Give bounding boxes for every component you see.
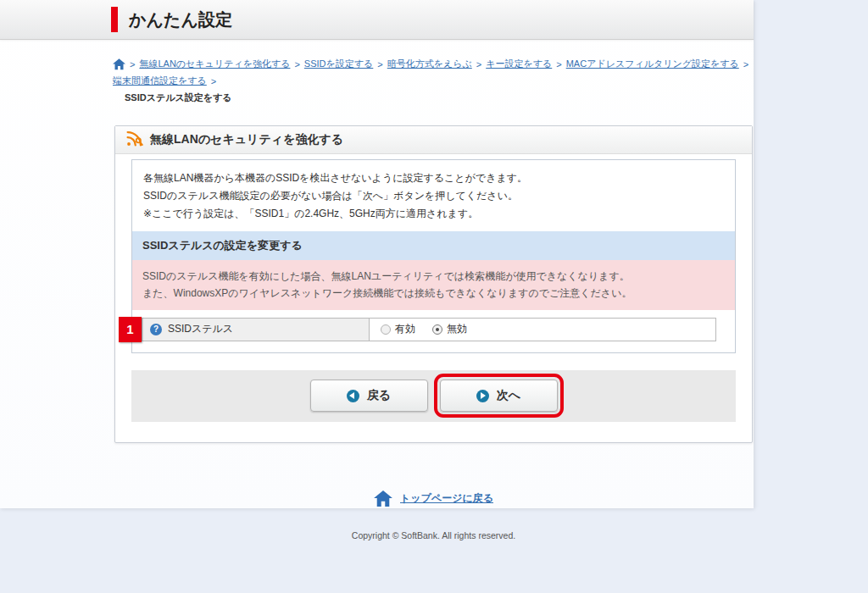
home-icon bbox=[374, 490, 392, 507]
settings-box: 各無線LAN機器から本機器のSSIDを検出させないように設定することができます。… bbox=[131, 159, 736, 353]
breadcrumb-link-ssid[interactable]: SSIDを設定する bbox=[304, 58, 373, 70]
breadcrumb-separator: > bbox=[556, 59, 561, 69]
back-button[interactable]: 戻る bbox=[310, 380, 428, 412]
page-column: かんたん設定 > 無線LANのセキュリティを強化する > SSIDを設定する >… bbox=[0, 0, 754, 508]
radio-option-disable[interactable]: 無効 bbox=[432, 322, 467, 336]
description-line: ※ここで行う設定は、「SSID1」の2.4GHz、5GHz両方に適用されます。 bbox=[143, 205, 724, 223]
breadcrumb-separator: > bbox=[743, 59, 748, 69]
home-icon[interactable] bbox=[113, 58, 125, 70]
setting-label-cell: ? SSIDステルス bbox=[142, 319, 370, 341]
top-page-link[interactable]: トップページに戻る bbox=[374, 490, 493, 507]
radio-icon-disable[interactable] bbox=[432, 324, 442, 335]
breadcrumb-line: > 無線LANのセキュリティを強化する > SSIDを設定する > 暗号化方式を… bbox=[113, 58, 753, 87]
breadcrumb-separator: > bbox=[476, 59, 481, 69]
setting-row-wrap: 1 ? SSIDステルス 有効 bbox=[142, 318, 716, 341]
setting-value-cell: 有効 無効 bbox=[370, 319, 715, 341]
radio-label-enable: 有効 bbox=[395, 322, 415, 336]
panel-body: 各無線LAN機器から本機器のSSIDを検出させないように設定することができます。… bbox=[115, 154, 752, 442]
warning-line: また、WindowsXPのワイヤレスネットワーク接続機能では接続もできなくなりま… bbox=[142, 285, 725, 302]
next-button-label: 次へ bbox=[497, 388, 520, 403]
breadcrumb-separator: > bbox=[294, 59, 299, 69]
page-title: かんたん設定 bbox=[111, 7, 232, 32]
section-header: SSIDステルスの設定を変更する bbox=[132, 231, 735, 260]
warning-notice: SSIDのステルス機能を有効にした場合、無線LANユーティリティでは検索機能が使… bbox=[132, 260, 735, 310]
breadcrumb-link-key[interactable]: キー設定をする bbox=[486, 58, 552, 70]
breadcrumb-link-encryption[interactable]: 暗号化方式をえらぶ bbox=[387, 58, 472, 70]
breadcrumb-link-macfilter[interactable]: MACアドレスフィルタリング設定をする bbox=[566, 58, 739, 70]
back-arrow-icon bbox=[347, 390, 359, 402]
breadcrumb-current-page: SSIDステルス設定をする bbox=[125, 91, 753, 104]
breadcrumb-separator: > bbox=[377, 59, 382, 69]
radio-label-disable: 無効 bbox=[447, 322, 467, 336]
settings-panel: 無線LANのセキュリティを強化する 各無線LAN機器から本機器のSSIDを検出さ… bbox=[114, 125, 753, 443]
main-content: > 無線LANのセキュリティを強化する > SSIDを設定する > 暗号化方式を… bbox=[114, 40, 753, 540]
description: 各無線LAN機器から本機器のSSIDを検出させないように設定することができます。… bbox=[132, 160, 735, 231]
copyright-text: Copyright © SoftBank. All rights reserve… bbox=[114, 530, 753, 540]
button-strip: 戻る 次へ bbox=[131, 370, 736, 422]
panel-title: 無線LANのセキュリティを強化する bbox=[150, 132, 343, 147]
help-icon[interactable]: ? bbox=[150, 324, 162, 335]
setting-label: SSIDステルス bbox=[168, 322, 233, 336]
breadcrumb-separator: > bbox=[130, 59, 135, 69]
panel-header: 無線LANのセキュリティを強化する bbox=[115, 126, 752, 154]
back-button-label: 戻る bbox=[367, 388, 391, 403]
radio-icon-enable[interactable] bbox=[381, 324, 391, 335]
wireless-security-icon bbox=[125, 130, 143, 150]
app-header: かんたん設定 bbox=[0, 0, 754, 40]
description-line: SSIDのステルス機能設定の必要がない場合は「次へ」ボタンを押してください。 bbox=[143, 187, 724, 205]
description-line: 各無線LAN機器から本機器のSSIDを検出させないように設定することができます。 bbox=[143, 169, 724, 187]
breadcrumb-separator: > bbox=[211, 76, 216, 86]
step-number-badge: 1 bbox=[119, 317, 142, 342]
breadcrumb-link-terminal[interactable]: 端末間通信設定をする bbox=[113, 75, 207, 87]
breadcrumb-link-security[interactable]: 無線LANのセキュリティを強化する bbox=[139, 58, 290, 70]
warning-line: SSIDのステルス機能を有効にした場合、無線LANユーティリティでは検索機能が使… bbox=[142, 268, 725, 285]
breadcrumb: > 無線LANのセキュリティを強化する > SSIDを設定する > 暗号化方式を… bbox=[113, 40, 753, 104]
footer: トップページに戻る Copyright © SoftBank. All righ… bbox=[114, 490, 753, 540]
top-page-link-label: トップページに戻る bbox=[400, 491, 493, 506]
next-arrow-icon bbox=[476, 390, 489, 402]
radio-option-enable[interactable]: 有効 bbox=[381, 322, 415, 336]
next-button[interactable]: 次へ bbox=[440, 380, 558, 412]
setting-row: ? SSIDステルス 有効 無効 bbox=[142, 318, 716, 341]
